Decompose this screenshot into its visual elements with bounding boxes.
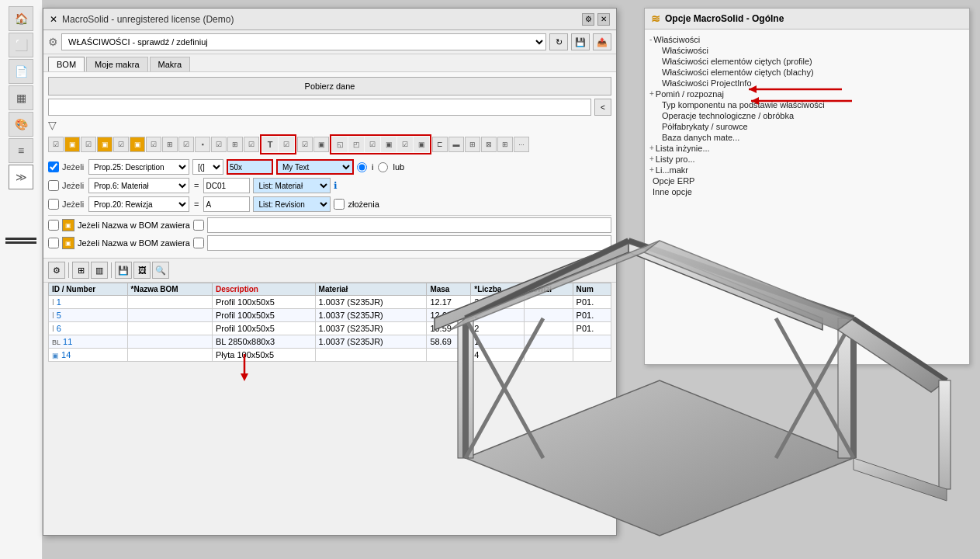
- tree-item-baza-danych[interactable]: Baza danych mate...: [649, 132, 964, 143]
- ico-table3[interactable]: ⊞: [497, 137, 513, 152]
- cond1-value-input[interactable]: [227, 159, 273, 175]
- ico-arr2[interactable]: ◰: [348, 137, 364, 152]
- cell-desc: Płyta 100x50x5: [212, 349, 315, 362]
- cond3-list-dropdown[interactable]: List: Revision: [253, 196, 331, 212]
- tab-moje-makra[interactable]: Moje makra: [86, 57, 147, 71]
- cond3-value-input[interactable]: [203, 196, 250, 212]
- tree-item-pomin-root[interactable]: + Pomiń / rozpoznaj: [649, 89, 964, 99]
- ico-check5[interactable]: ☑: [178, 137, 194, 152]
- tree-expand-icon-2[interactable]: +: [649, 89, 654, 98]
- refresh-btn[interactable]: ↻: [549, 33, 568, 50]
- ico-check7[interactable]: ☑: [244, 137, 259, 152]
- svg-marker-15: [644, 241, 854, 330]
- ico-small2[interactable]: ▣: [313, 137, 329, 152]
- ico-check9[interactable]: ☑: [297, 137, 313, 152]
- btm-img-btn[interactable]: 🖼: [133, 262, 151, 279]
- cond1-checkbox[interactable]: [48, 161, 59, 172]
- tree-expand-icon-4[interactable]: +: [649, 155, 654, 163]
- tree-item-operacje[interactable]: Operacje technologiczne / obróbka: [649, 110, 964, 121]
- tree-item-wlasciwosci-profile[interactable]: Właściwości elementów ciętych (profile): [649, 56, 964, 67]
- filter-icon[interactable]: ▽: [48, 119, 57, 131]
- sidebar-icon-expand[interactable]: ≫: [9, 165, 33, 189]
- cond3-zlozenia-checkbox[interactable]: [334, 199, 345, 210]
- btm-grid-btn[interactable]: ⊞: [72, 262, 89, 279]
- export-btn[interactable]: 📤: [593, 33, 611, 50]
- btm-col-btn[interactable]: ▥: [91, 262, 108, 279]
- cond1-radio-lub[interactable]: [378, 162, 388, 172]
- ico-check8[interactable]: ☑: [279, 137, 294, 152]
- sidebar-icon-list[interactable]: ≡: [9, 138, 33, 163]
- cond2-list-dropdown[interactable]: List: Materiał: [253, 178, 331, 193]
- ico-small3[interactable]: ▣: [381, 137, 397, 152]
- ico-check4[interactable]: ☑: [146, 137, 161, 152]
- tree-expand-icon[interactable]: -: [649, 35, 652, 43]
- ico-check1[interactable]: ☑: [48, 137, 64, 152]
- ico-table1[interactable]: ⊞: [465, 137, 480, 152]
- btm-save-btn[interactable]: 💾: [115, 262, 132, 279]
- properties-dropdown[interactable]: WŁAŚCIWOŚCI - sprawdź / zdefiniuj: [61, 33, 546, 50]
- ico-small1[interactable]: ▪: [195, 137, 210, 152]
- tree-expand-icon-3[interactable]: +: [649, 144, 654, 152]
- ico-pipe[interactable]: ⊏: [432, 137, 448, 152]
- jezeli1-extra-checkbox[interactable]: [193, 220, 204, 231]
- cond1-radio-i[interactable]: [357, 162, 367, 172]
- cell-id: I 5: [49, 309, 128, 322]
- cond1-property-dropdown[interactable]: Prop.25: Description: [88, 159, 189, 175]
- sidebar-icon-parts[interactable]: ⬜: [9, 33, 33, 57]
- btm-zoom-btn[interactable]: 🔍: [152, 262, 169, 279]
- cond3-property-dropdown[interactable]: Prop.20: Rewizja: [88, 196, 189, 212]
- ico-check10[interactable]: ☑: [365, 137, 380, 152]
- search-clear-btn[interactable]: <: [594, 99, 611, 116]
- ico-arr1[interactable]: ◱: [332, 137, 348, 152]
- ico-text-t[interactable]: T: [262, 137, 278, 152]
- ico-grid1[interactable]: ⊞: [162, 137, 178, 152]
- save-btn[interactable]: 💾: [571, 33, 590, 50]
- tree-label: Właściwości ProjectInfo: [662, 78, 752, 88]
- tree-item-wlasciwosci-project[interactable]: Właściwości ProjectInfo: [649, 78, 964, 89]
- cond2-checkbox[interactable]: [48, 180, 59, 191]
- tree-label: Lista inżynie...: [656, 144, 710, 153]
- ico-small4[interactable]: ▣: [414, 137, 429, 152]
- sidebar-icon-color[interactable]: 🎨: [9, 112, 33, 137]
- th-id: ID / Number: [49, 283, 128, 296]
- btm-settings-btn[interactable]: ⚙: [48, 262, 65, 279]
- ico-check11[interactable]: ☑: [397, 137, 413, 152]
- jezeli1-checkbox[interactable]: [48, 220, 59, 231]
- jezeli2-checkbox[interactable]: [48, 238, 59, 248]
- cond2-property-dropdown[interactable]: Prop.6: Materiał: [88, 178, 189, 193]
- pobierz-dane-button[interactable]: Pobierz dane: [48, 77, 611, 95]
- tree-item-wlasciwosci-1[interactable]: Właściwości: [649, 45, 964, 56]
- search-input[interactable]: [48, 99, 591, 116]
- cond3-operator-label: =: [192, 200, 200, 209]
- cond2-value-input[interactable]: [203, 178, 250, 193]
- settings-btn[interactable]: ⚙: [582, 13, 594, 26]
- ico-check6[interactable]: ☑: [211, 137, 227, 152]
- ico-dots[interactable]: ···: [514, 137, 529, 152]
- sidebar-icon-table[interactable]: ▦: [9, 85, 33, 110]
- ico-grid2[interactable]: ⊞: [227, 137, 243, 152]
- ico-check3[interactable]: ☑: [113, 137, 129, 152]
- sidebar-icon-home[interactable]: 🏠: [9, 6, 33, 31]
- tree-item-wlasciwosci-root[interactable]: - Właściwości: [649, 34, 964, 45]
- ico-table2[interactable]: ⊠: [481, 137, 497, 152]
- jezeli2-extra-checkbox[interactable]: [193, 238, 204, 248]
- cond1-list-dropdown[interactable]: My Text: [276, 159, 354, 175]
- cond1-operator-dropdown[interactable]: [(]: [192, 159, 223, 175]
- cond2-info-icon[interactable]: ℹ: [334, 180, 338, 191]
- ico-folder3[interactable]: ▣: [130, 137, 145, 152]
- tab-makra[interactable]: Makra: [150, 57, 191, 71]
- tree-item-polfahrykaty[interactable]: Półfabrykaty / surowce: [649, 121, 964, 132]
- ico-rect[interactable]: ▬: [448, 137, 464, 152]
- tree-item-lista-inz[interactable]: + Lista inżynie...: [649, 143, 964, 154]
- window-close-btn[interactable]: ✕: [597, 13, 610, 26]
- ico-folder1[interactable]: ▣: [64, 137, 80, 152]
- icon-toolbar: ☑ ▣ ☑ ▣ ☑ ▣ ☑ ⊞ ☑ ▪ ☑ ⊞ ☑ T ☑ ☑ ▣ ◱ ◰ ☑: [48, 134, 611, 155]
- sidebar-icon-drawing[interactable]: 📄: [9, 59, 33, 84]
- tree-item-typ-komponentu[interactable]: Typ komponentu na podstawie właściwości: [649, 99, 964, 110]
- ico-check2[interactable]: ☑: [81, 137, 96, 152]
- tab-bom[interactable]: BOM: [48, 57, 85, 71]
- close-icon[interactable]: ✕: [50, 14, 57, 25]
- ico-folder2[interactable]: ▣: [97, 137, 113, 152]
- tree-item-wlasciwosci-blachy[interactable]: Właściwości elementów ciętych (blachy): [649, 67, 964, 78]
- cond3-checkbox[interactable]: [48, 199, 59, 210]
